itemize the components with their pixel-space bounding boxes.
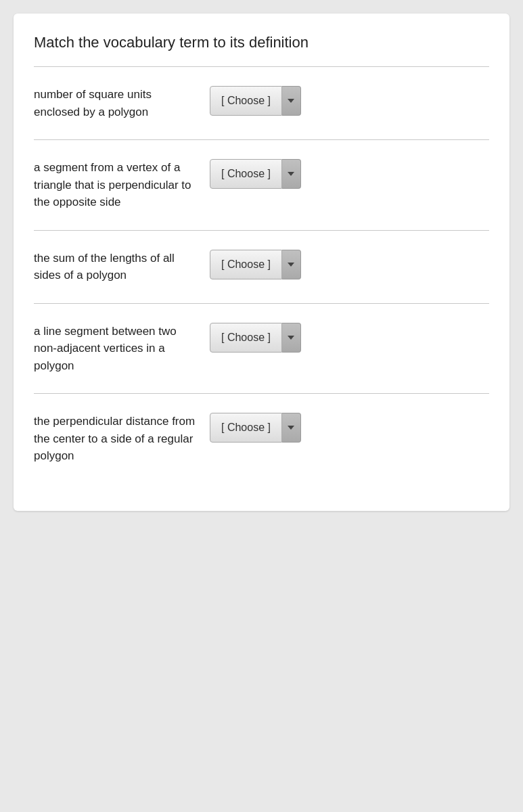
definition-text-2: a segment from a vertex of a triangle th… <box>34 159 210 211</box>
dropdown-arrow-3[interactable] <box>282 250 301 279</box>
rows-container: number of square units enclosed by a pol… <box>34 67 489 484</box>
definition-text-5: the perpendicular distance from the cent… <box>34 413 210 465</box>
page-title: Match the vocabulary term to its definit… <box>34 34 489 51</box>
dropdown-arrow-5[interactable] <box>282 413 301 443</box>
select-container-1: [ Choose ] <box>210 86 301 116</box>
definition-text-3: the sum of the lengths of all sides of a… <box>34 250 210 284</box>
match-row-2: a segment from a vertex of a triangle th… <box>34 140 489 231</box>
choose-button-2[interactable]: [ Choose ] <box>210 159 282 189</box>
choose-button-5[interactable]: [ Choose ] <box>210 413 282 443</box>
match-row-1: number of square units enclosed by a pol… <box>34 67 489 140</box>
match-row-5: the perpendicular distance from the cent… <box>34 394 489 484</box>
choose-button-3[interactable]: [ Choose ] <box>210 250 282 279</box>
choose-button-4[interactable]: [ Choose ] <box>210 323 282 353</box>
dropdown-arrow-2[interactable] <box>282 159 301 189</box>
choose-button-1[interactable]: [ Choose ] <box>210 86 282 116</box>
match-row-3: the sum of the lengths of all sides of a… <box>34 231 489 304</box>
dropdown-arrow-1[interactable] <box>282 86 301 116</box>
main-card: Match the vocabulary term to its definit… <box>14 14 509 511</box>
dropdown-arrow-4[interactable] <box>282 323 301 353</box>
match-row-4: a line segment between two non-adjacent … <box>34 304 489 394</box>
select-container-3: [ Choose ] <box>210 250 301 279</box>
select-container-5: [ Choose ] <box>210 413 301 443</box>
definition-text-1: number of square units enclosed by a pol… <box>34 86 210 120</box>
definition-text-4: a line segment between two non-adjacent … <box>34 323 210 375</box>
select-container-4: [ Choose ] <box>210 323 301 353</box>
select-container-2: [ Choose ] <box>210 159 301 189</box>
